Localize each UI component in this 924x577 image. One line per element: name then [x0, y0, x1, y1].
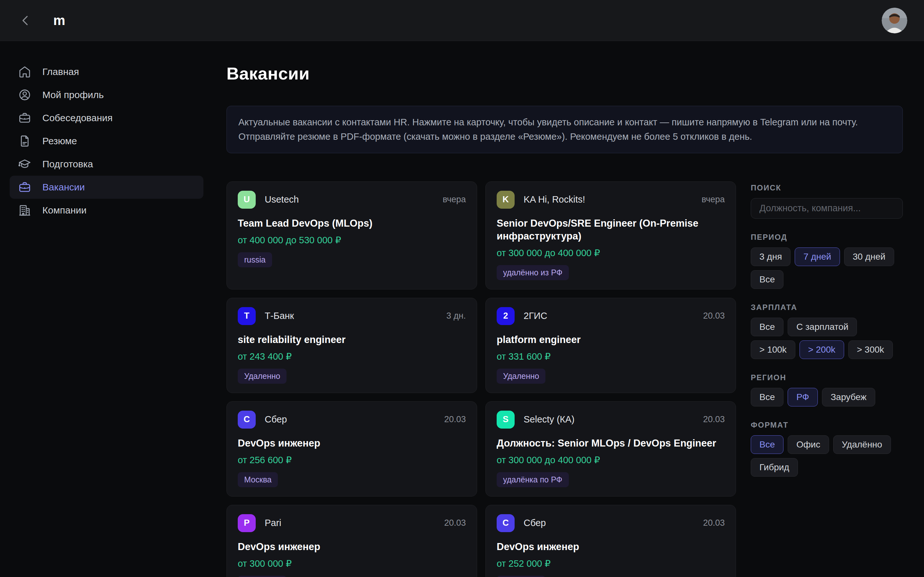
salary: от 331 600 ₽	[497, 351, 725, 362]
salary: от 300 000 до 400 000 ₽	[497, 247, 725, 259]
vacancy-grid: UUsetechвчераTeam Lead DevOps (MLOps)от …	[226, 181, 736, 577]
filter-chip-region[interactable]: Зарубеж	[822, 388, 875, 406]
vacancy-card[interactable]: ССбер20.03DevOps инженерот 252 000 ₽Удал…	[485, 505, 736, 577]
filter-chip-format[interactable]: Офис	[788, 435, 829, 454]
info-banner: Актуальные вакансии с контактами HR. Наж…	[226, 106, 903, 153]
sidebar-item-label: Главная	[42, 66, 79, 77]
filter-chip-period[interactable]: 3 дня	[751, 247, 790, 266]
location-tag: Удаленно	[238, 576, 286, 577]
company-avatar: P	[238, 514, 256, 532]
filter-chip-salary[interactable]: С зарплатой	[788, 318, 857, 336]
search-input[interactable]	[751, 198, 903, 219]
sidebar-item-home[interactable]: Главная	[10, 60, 204, 83]
sidebar: ГлавнаяМой профильСобеседованияРезюмеПод…	[0, 41, 212, 577]
posted-date: 20.03	[703, 311, 725, 321]
company-name: Usetech	[265, 194, 299, 205]
posted-date: вчера	[702, 195, 725, 205]
page-title: Вакансии	[226, 63, 903, 83]
filter-chip-salary[interactable]: Все	[751, 318, 783, 336]
filter-group-label: ФОРМАТ	[751, 421, 903, 430]
salary: от 243 400 ₽	[238, 351, 466, 362]
posted-date: вчера	[443, 195, 466, 205]
vacancy-card[interactable]: PPari20.03DevOps инженерот 300 000 ₽Удал…	[226, 505, 477, 577]
company-name: Т-Банк	[265, 311, 294, 321]
company-avatar: K	[497, 191, 515, 209]
company-avatar: С	[238, 411, 256, 429]
sidebar-item-label: Собеседования	[42, 113, 113, 123]
briefcase-icon	[18, 111, 31, 125]
job-title: Senior DevOps/SRE Engineer (On-Premise и…	[497, 217, 725, 243]
salary: от 252 000 ₽	[497, 558, 725, 569]
filter-chip-salary[interactable]: > 100k	[751, 340, 795, 359]
filter-chip-period[interactable]: Все	[751, 270, 783, 289]
sidebar-item-profile[interactable]: Мой профиль	[10, 83, 204, 106]
posted-date: 20.03	[444, 518, 466, 528]
job-title: platform engineer	[497, 334, 725, 346]
filter-chip-salary[interactable]: > 300k	[848, 340, 893, 359]
job-title: Должность: Senior MLOps / DevOps Enginee…	[497, 437, 725, 450]
posted-date: 20.03	[703, 518, 725, 528]
topbar: m	[0, 0, 924, 41]
building-icon	[18, 203, 31, 217]
company-name: Сбер	[523, 518, 546, 528]
sidebar-item-label: Подготовка	[42, 159, 93, 169]
vacancy-card[interactable]: SSelecty (КА)20.03Должность: Senior MLOp…	[485, 401, 736, 496]
vacancy-card[interactable]: UUsetechвчераTeam Lead DevOps (MLOps)от …	[226, 181, 477, 290]
search-label: ПОИСК	[751, 183, 903, 192]
job-title: site reliability engineer	[238, 334, 466, 346]
filter-group-label: ЗАРПЛАТА	[751, 303, 903, 312]
filter-group-region: РЕГИОНВсеРФЗарубеж	[751, 373, 903, 406]
sidebar-item-resume[interactable]: Резюме	[10, 129, 204, 153]
company-name: Pari	[265, 518, 281, 528]
filter-chip-region[interactable]: РФ	[788, 388, 818, 406]
location-tag: удалённо из РФ	[497, 265, 569, 280]
job-title: DevOps инженер	[238, 540, 466, 553]
filter-chip-region[interactable]: Все	[751, 388, 783, 406]
company-name: Selecty (КА)	[523, 414, 575, 425]
sidebar-item-label: Резюме	[42, 135, 77, 147]
filter-chip-format[interactable]: Удалённо	[833, 435, 891, 454]
company-avatar: S	[497, 411, 515, 429]
location-tag: Удаленно	[497, 369, 545, 384]
sidebar-item-label: Мой профиль	[42, 89, 103, 100]
grad-cap-icon	[18, 157, 31, 171]
location-tag: удалёнка по РФ	[497, 472, 569, 487]
company-avatar: С	[497, 514, 515, 532]
sidebar-item-prep[interactable]: Подготовка	[10, 153, 204, 176]
sidebar-item-interviews[interactable]: Собеседования	[10, 106, 204, 129]
filter-chip-salary[interactable]: > 200k	[800, 340, 844, 359]
job-title: Team Lead DevOps (MLOps)	[238, 217, 466, 230]
chevron-left-icon	[19, 13, 33, 27]
app-logo: m	[53, 13, 65, 28]
company-name: Сбер	[265, 414, 287, 425]
vacancy-card[interactable]: KKA Hi, Rockits!вчераSenior DevOps/SRE E…	[485, 181, 736, 290]
location-tag: Удаленно	[497, 576, 545, 577]
main-content: Вакансии Актуальные вакансии с контактам…	[212, 41, 924, 577]
filter-chip-period[interactable]: 30 дней	[844, 247, 894, 266]
search-section: ПОИСК	[751, 183, 903, 219]
salary: от 300 000 до 400 000 ₽	[497, 454, 725, 466]
filter-chip-format[interactable]: Гибрид	[751, 458, 798, 477]
briefcase-icon	[18, 181, 31, 194]
company-avatar: U	[238, 191, 256, 209]
vacancy-card[interactable]: ССбер20.03DevOps инженерот 256 600 ₽Моск…	[226, 401, 477, 496]
company-avatar: 2	[497, 307, 515, 325]
salary: от 256 600 ₽	[238, 454, 466, 466]
filter-group-label: ПЕРИОД	[751, 233, 903, 242]
company-avatar: Т	[238, 307, 256, 325]
sidebar-item-vacancies[interactable]: Вакансии	[10, 176, 204, 199]
sidebar-item-label: Вакансии	[42, 182, 85, 193]
location-tag: russia	[238, 252, 272, 268]
posted-date: 3 дн.	[446, 311, 466, 321]
salary: от 400 000 до 530 000 ₽	[238, 234, 466, 246]
filter-chip-period[interactable]: 7 дней	[795, 247, 840, 266]
back-button[interactable]	[17, 11, 35, 29]
filter-chip-format[interactable]: Все	[751, 435, 783, 454]
vacancy-card[interactable]: 22ГИС20.03platform engineerот 331 600 ₽У…	[485, 298, 736, 393]
posted-date: 20.03	[703, 414, 725, 424]
user-icon	[18, 88, 31, 102]
file-icon	[18, 134, 31, 148]
user-photo-avatar[interactable]	[882, 8, 907, 33]
sidebar-item-companies[interactable]: Компании	[10, 199, 204, 222]
vacancy-card[interactable]: ТТ-Банк3 дн.site reliability engineerот …	[226, 298, 477, 393]
